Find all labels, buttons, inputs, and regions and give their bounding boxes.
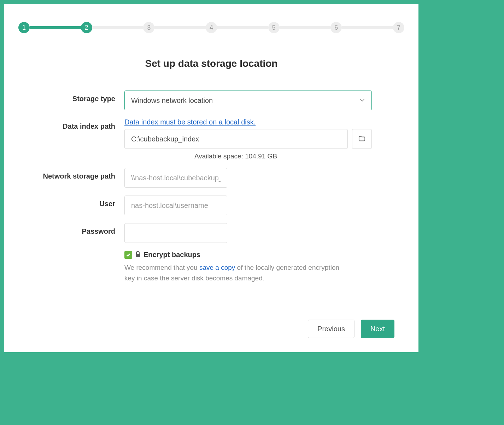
step-1[interactable]: 1 [18,22,30,33]
step-2[interactable]: 2 [81,22,92,33]
step-bar-1-2 [30,26,81,29]
browse-folder-button[interactable] [352,129,372,149]
data-index-hint-link[interactable]: Data index must be stored on a local dis… [124,118,256,126]
lock-icon [135,251,141,259]
stepper: 1 2 3 4 5 6 7 [18,22,404,33]
step-bar-4-5 [217,26,268,29]
wizard-card: 1 2 3 4 5 6 7 Set up data storage locati… [4,4,418,352]
user-label: User [18,196,124,208]
previous-button[interactable]: Previous [308,320,354,338]
data-index-path-input[interactable] [124,129,348,149]
svg-rect-0 [136,254,140,257]
password-input[interactable] [124,223,227,243]
step-7[interactable]: 7 [393,22,404,33]
step-bar-3-4 [154,26,206,29]
step-bar-2-3 [92,26,143,29]
available-space-text: Available space: 104.91 GB [100,152,372,160]
folder-icon [358,135,366,144]
data-index-path-label: Data index path [18,118,124,130]
encrypt-recommend-text: We recommend that you save a copy of the… [124,262,351,284]
storage-type-select[interactable]: Windows network location [124,91,372,110]
user-input[interactable] [124,196,227,215]
page-title: Set up data storage location [18,58,404,69]
step-bar-6-7 [342,26,393,29]
step-3[interactable]: 3 [143,22,154,33]
step-5[interactable]: 5 [268,22,280,33]
storage-type-value: Windows network location [131,97,213,105]
encrypt-backups-label: Encrypt backups [143,251,200,259]
encrypt-backups-checkbox[interactable] [124,251,132,259]
next-button[interactable]: Next [361,320,394,338]
password-label: Password [18,223,124,235]
wizard-button-row: Previous Next [308,320,394,338]
step-4[interactable]: 4 [206,22,217,33]
save-a-copy-link[interactable]: save a copy [199,264,235,271]
form-area: Storage type Windows network location Da… [18,91,404,284]
step-6[interactable]: 6 [330,22,342,33]
storage-type-label: Storage type [18,91,124,103]
network-storage-path-input[interactable] [124,168,227,188]
chevron-down-icon [359,97,365,105]
network-storage-path-label: Network storage path [18,168,124,180]
step-bar-5-6 [280,26,331,29]
